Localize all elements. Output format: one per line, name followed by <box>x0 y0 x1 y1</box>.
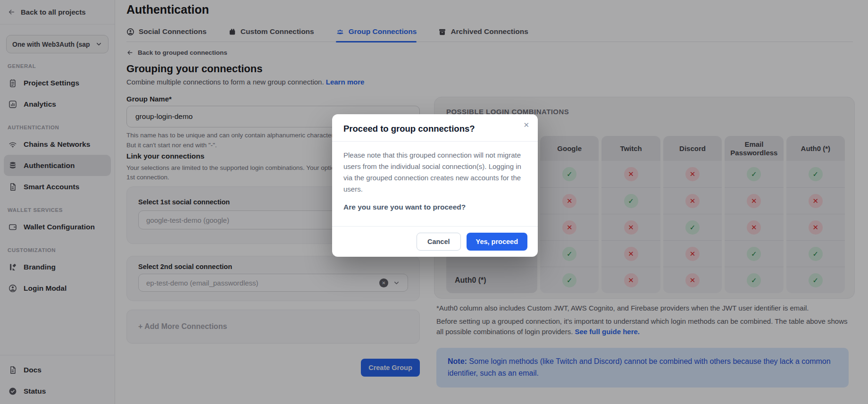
modal-body: Please note that this grouped connection… <box>332 142 538 211</box>
modal-footer: Cancel Yes, proceed <box>332 226 538 257</box>
modal-title: Proceed to group connections? <box>343 124 526 134</box>
yes-proceed-button[interactable]: Yes, proceed <box>467 233 527 251</box>
modal-confirm-question: Are you sure you want to proceed? <box>343 203 526 211</box>
close-icon[interactable]: ✕ <box>523 121 529 128</box>
proceed-modal: Proceed to group connections? ✕ Please n… <box>332 114 538 257</box>
cancel-button[interactable]: Cancel <box>417 233 461 251</box>
modal-body-text: Please note that this grouped connection… <box>343 150 526 195</box>
modal-header: Proceed to group connections? ✕ <box>332 114 538 141</box>
